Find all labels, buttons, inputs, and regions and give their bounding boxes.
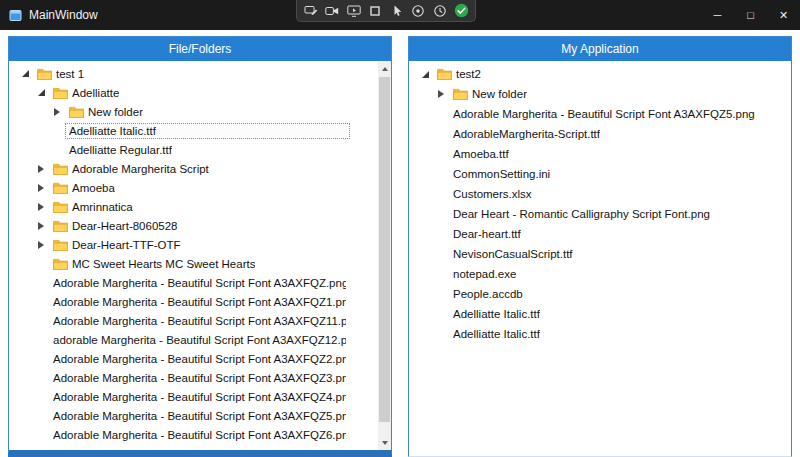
- tree-item-label: NevisonCasualScript.ttf: [453, 248, 573, 260]
- tree-expanded-arrow-icon[interactable]: [17, 70, 33, 77]
- tree-collapsed-arrow-icon[interactable]: [49, 108, 65, 116]
- tree-item-file[interactable]: People.accdb: [409, 284, 791, 304]
- tree-item-label: Adorable Margherita - Beautiful Script F…: [53, 277, 346, 289]
- tree-item-content: Adorable Margherita - Beautiful Script F…: [449, 106, 763, 122]
- tree-item-file[interactable]: CommonSetting.ini: [409, 164, 791, 184]
- folder-icon: [53, 220, 68, 232]
- tree-item-label: test2: [456, 68, 481, 80]
- app-window-icon: [9, 9, 22, 22]
- tree-item-content: Adorable Margherita - Beautiful Script F…: [49, 446, 350, 451]
- tree-collapsed-arrow-icon[interactable]: [33, 222, 49, 230]
- tree-item-content: CommonSetting.ini: [449, 166, 763, 182]
- tree-item-content: New folder: [449, 86, 763, 102]
- tree-expanded-arrow-icon[interactable]: [417, 71, 433, 78]
- tree-item-content: notepad.exe: [449, 266, 763, 282]
- tree-item-file[interactable]: AdorableMargherita-Script.ttf: [409, 124, 791, 144]
- tree-item-file[interactable]: Dear Heart - Romantic Calligraphy Script…: [409, 204, 791, 224]
- main-window: MainWindow ─ □ ✕ File/Folders test 1Adel…: [0, 0, 800, 457]
- tree-item-folder[interactable]: Amrinnatica: [9, 197, 378, 216]
- tree-item-folder[interactable]: Adorable Margherita Script: [9, 159, 378, 178]
- tree-item-content: Dear-Heart-TTF-OTF: [49, 237, 350, 253]
- tree-item-file[interactable]: Adorable Margherita - Beautiful Script F…: [9, 349, 378, 368]
- tree-item-file[interactable]: Customers.xlsx: [409, 184, 791, 204]
- tree-item-folder[interactable]: Dear-Heart-TTF-OTF: [9, 235, 378, 254]
- tree-item-content: MC Sweet Hearts MC Sweet Hearts: [49, 256, 350, 272]
- tree-item-file[interactable]: Adelliatte Italic.ttf: [409, 324, 791, 344]
- tree-item-file[interactable]: Adorable Margherita - Beautiful Script F…: [9, 292, 378, 311]
- folder-icon: [69, 106, 84, 118]
- tree-item-file[interactable]: Adorable Margherita - Beautiful Script F…: [409, 104, 791, 124]
- tree-item-file[interactable]: Adorable Margherita - Beautiful Script F…: [9, 311, 378, 330]
- tree-item-file[interactable]: Adelliatte Italic.ttf: [409, 304, 791, 324]
- record-icon[interactable]: [410, 3, 426, 18]
- tree-item-file[interactable]: Adorable Margherita - Beautiful Script F…: [9, 406, 378, 425]
- window-title: MainWindow: [29, 8, 98, 22]
- tree-item-folder[interactable]: test2: [409, 64, 791, 84]
- tree-item-folder[interactable]: New folder: [9, 102, 378, 121]
- tree-expanded-arrow-icon[interactable]: [33, 89, 49, 96]
- tree-item-file[interactable]: Adelliatte Italic.ttf: [9, 121, 378, 140]
- my-application-tree: test2New folderAdorable Margherita - Bea…: [409, 61, 791, 456]
- tree-item-file[interactable]: Adorable Margherita - Beautiful Script F…: [9, 444, 378, 450]
- tree-item-label: Adelliatte Italic.ttf: [69, 125, 156, 137]
- tree-item-label: Adorable Margherita - Beautiful Script F…: [53, 372, 346, 384]
- tree-item-label: adorable Margherita - Beautiful Script F…: [53, 334, 346, 346]
- tree-item-file[interactable]: adorable Margherita - Beautiful Script F…: [9, 330, 378, 349]
- scroll-up-button[interactable]: [378, 61, 391, 76]
- tree-item-file[interactable]: Adelliatte Regular.ttf: [9, 140, 378, 159]
- tree-item-content: People.accdb: [449, 286, 763, 302]
- titlebar[interactable]: MainWindow ─ □ ✕: [0, 0, 800, 30]
- tree-item-label: Adelliatte: [72, 87, 119, 99]
- tree-item-file[interactable]: Amoeba.ttf: [409, 144, 791, 164]
- screen-share-icon[interactable]: [346, 3, 362, 18]
- tree-item-folder[interactable]: MC Sweet Hearts MC Sweet Hearts: [9, 254, 378, 273]
- window-controls: ─ □ ✕: [701, 0, 800, 30]
- tree-item-content: test2: [433, 66, 763, 82]
- timer-icon[interactable]: [432, 3, 448, 18]
- camera-icon[interactable]: [324, 3, 340, 18]
- maximize-button[interactable]: □: [734, 0, 767, 30]
- tree-item-file[interactable]: Adorable Margherita - Beautiful Script F…: [9, 387, 378, 406]
- scroll-down-button[interactable]: [378, 435, 391, 450]
- tree-item-folder[interactable]: Amoeba: [9, 178, 378, 197]
- tree-item-label: Amoeba: [72, 182, 115, 194]
- tree-item-folder[interactable]: New folder: [409, 84, 791, 104]
- tree-collapsed-arrow-icon[interactable]: [33, 203, 49, 211]
- folder-icon: [53, 258, 68, 270]
- tree-item-file[interactable]: Adorable Margherita - Beautiful Script F…: [9, 425, 378, 444]
- tree-item-label: People.accdb: [453, 288, 523, 300]
- stop-record-icon[interactable]: [367, 3, 383, 18]
- tree-item-label: test 1: [56, 68, 84, 80]
- tree-item-content: Adorable Margherita - Beautiful Script F…: [49, 370, 350, 386]
- tree-item-file[interactable]: Adorable Margherita - Beautiful Script F…: [9, 368, 378, 387]
- tree-item-label: Adelliatte Italic.ttf: [453, 308, 540, 320]
- tree-item-label: Adorable Margherita - Beautiful Script F…: [53, 410, 346, 422]
- tree-item-file[interactable]: Dear-heart.ttf: [409, 224, 791, 244]
- tree-item-content: Amoeba: [49, 180, 350, 196]
- tree-item-folder[interactable]: test 1: [9, 64, 378, 83]
- tree-item-label: Adorable Margherita - Beautiful Script F…: [53, 315, 346, 327]
- tree-collapsed-arrow-icon[interactable]: [33, 165, 49, 173]
- confirm-icon[interactable]: [453, 3, 469, 18]
- my-application-panel-header: My Application: [409, 37, 791, 61]
- tree-collapsed-arrow-icon[interactable]: [33, 184, 49, 192]
- tree-item-folder[interactable]: Adelliatte: [9, 83, 378, 102]
- tree-item-content: Dear Heart - Romantic Calligraphy Script…: [449, 206, 763, 222]
- tree-collapsed-arrow-icon[interactable]: [33, 241, 49, 249]
- tree-item-content: Adorable Margherita - Beautiful Script F…: [49, 351, 350, 367]
- folder-icon: [53, 201, 68, 213]
- tree-collapsed-arrow-icon[interactable]: [433, 90, 449, 98]
- tree-item-file[interactable]: Adorable Margherita - Beautiful Script F…: [9, 273, 378, 292]
- close-button[interactable]: ✕: [767, 0, 800, 30]
- vertical-scrollbar[interactable]: [378, 61, 391, 450]
- minimize-button[interactable]: ─: [701, 0, 734, 30]
- tree-item-folder[interactable]: Dear-Heart-8060528: [9, 216, 378, 235]
- scrollbar-thumb[interactable]: [379, 77, 390, 422]
- tree-item-content: Adorable Margherita - Beautiful Script F…: [49, 389, 350, 405]
- tree-item-file[interactable]: NevisonCasualScript.ttf: [409, 244, 791, 264]
- tree-item-label: New folder: [472, 88, 527, 100]
- tree-item-file[interactable]: notepad.exe: [409, 264, 791, 284]
- cursor-icon[interactable]: [389, 3, 405, 18]
- folder-icon: [53, 182, 68, 194]
- screen-annotate-icon[interactable]: [303, 3, 319, 18]
